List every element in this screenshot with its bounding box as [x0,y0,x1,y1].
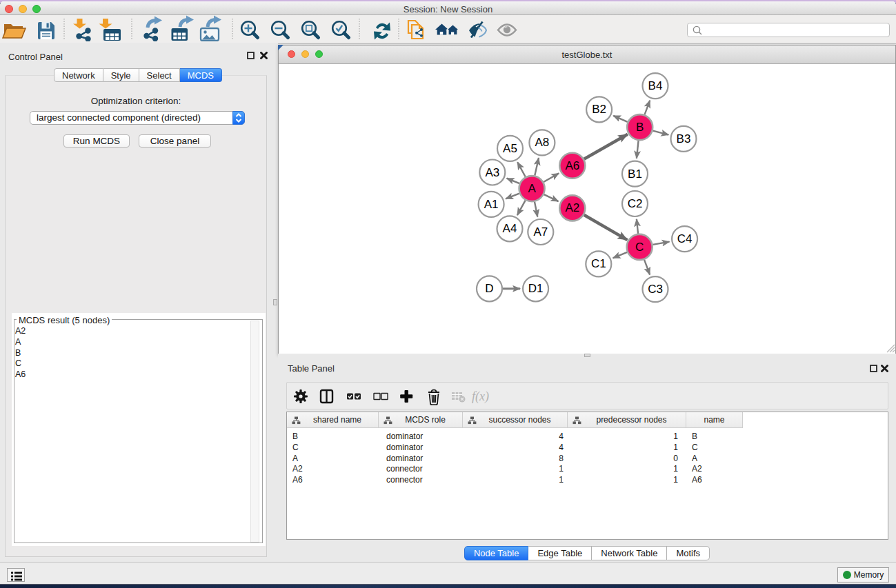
svg-text:A4: A4 [503,222,517,235]
svg-text:A7: A7 [533,225,548,239]
svg-text:C1: C1 [591,257,606,270]
svg-text:A2: A2 [565,201,579,214]
svg-text:C: C [635,241,644,254]
svg-text:A1: A1 [484,198,499,211]
svg-text:B4: B4 [648,79,663,92]
svg-text:C4: C4 [677,232,693,245]
svg-text:B3: B3 [677,132,691,145]
svg-text:D: D [485,282,493,295]
svg-text:C3: C3 [648,283,663,296]
svg-text:A: A [528,182,536,195]
svg-text:A3: A3 [485,166,499,179]
svg-text:A6: A6 [565,159,579,172]
svg-text:A8: A8 [535,136,550,149]
svg-text:B: B [636,121,644,134]
svg-text:D1: D1 [528,282,544,295]
svg-text:A5: A5 [503,142,517,155]
svg-text:C2: C2 [628,197,643,210]
svg-text:B2: B2 [592,103,606,116]
svg-text:f(x): f(x) [472,389,489,404]
svg-text:B1: B1 [628,168,642,181]
